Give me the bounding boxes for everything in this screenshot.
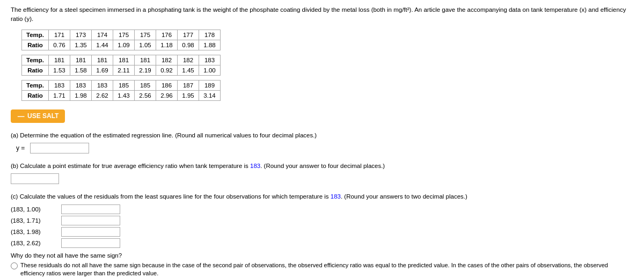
table-cell: 187 (178, 80, 199, 90)
table-cell: 183 (92, 80, 113, 90)
residual-row: (183, 1.71) (11, 216, 633, 225)
table-cell: 183 (70, 80, 92, 90)
point-estimate-input[interactable] (11, 173, 59, 184)
residual-input-1[interactable] (61, 216, 120, 225)
table-cell: 1.53 (49, 65, 70, 75)
table-cell: 1.09 (113, 40, 135, 50)
table-3-row-label: Ratio (22, 90, 49, 100)
table-cell: 1.35 (70, 40, 92, 50)
table-2-row-label: Ratio (22, 65, 49, 75)
table-cell: 1.71 (49, 90, 70, 100)
table-cell: 2.96 (156, 90, 178, 100)
residual-input-3[interactable] (61, 238, 120, 248)
table-cell: 182 (178, 55, 199, 65)
table-cell: 1.58 (70, 65, 92, 75)
table-cell: 171 (49, 30, 70, 40)
table-cell: 1.88 (199, 40, 221, 50)
table-cell: 182 (156, 55, 178, 65)
data-tables: Temp.171173174175175176177178Ratio0.761.… (21, 30, 633, 101)
section-b-temp: 183 (250, 163, 260, 169)
residual-row: (183, 2.62) (11, 238, 633, 248)
table-cell: 1.95 (178, 90, 199, 100)
table-cell: 185 (135, 80, 156, 90)
use-salt-button[interactable]: ⸻ USE SALT (11, 109, 65, 123)
y-equation-row: y = (16, 143, 633, 153)
table-cell: 2.19 (135, 65, 156, 75)
table-cell: 1.98 (70, 90, 92, 100)
table-cell: 189 (199, 80, 221, 90)
table-1-row-label: Ratio (22, 40, 49, 50)
radio-input-0[interactable] (11, 262, 18, 269)
table-cell: 2.62 (92, 90, 113, 100)
table-3: Temp.183183183185185186187189Ratio1.711.… (21, 80, 221, 101)
why-sign-label: Why do they not all have the same sign? (11, 252, 633, 259)
intro-text: The efficiency for a steel specimen imme… (11, 5, 633, 24)
table-1-row-label: Temp. (22, 30, 49, 40)
section-a: (a) Determine the equation of the estima… (11, 130, 633, 153)
table-cell: 1.18 (156, 40, 178, 50)
use-salt-label: USE SALT (27, 112, 58, 120)
table-cell: 185 (113, 80, 135, 90)
table-cell: 2.56 (135, 90, 156, 100)
residual-label-2: (183, 1.98) (11, 229, 59, 235)
table-cell: 176 (156, 30, 178, 40)
section-a-label: (a) (11, 132, 18, 138)
table-cell: 181 (92, 55, 113, 65)
table-cell: 0.92 (156, 65, 178, 75)
table-cell: 181 (135, 55, 156, 65)
residual-label-1: (183, 1.71) (11, 217, 59, 224)
residual-input-0[interactable] (61, 204, 120, 214)
residuals-grid: (183, 1.00)(183, 1.71)(183, 1.98)(183, 2… (11, 204, 633, 248)
table-2: Temp.181181181181181182182183Ratio1.531.… (21, 55, 221, 76)
section-b-text: (b) Calculate a point estimate for true … (11, 161, 633, 171)
table-1: Temp.171173174175175176177178Ratio0.761.… (21, 30, 221, 50)
residual-label-3: (183, 2.62) (11, 240, 59, 246)
table-cell: 173 (70, 30, 92, 40)
table-cell: 1.00 (199, 65, 221, 75)
section-c-label: (c) (11, 193, 18, 200)
section-c: (c) Calculate the values of the residual… (11, 192, 633, 278)
table-cell: 1.69 (92, 65, 113, 75)
section-a-text: (a) Determine the equation of the estima… (11, 130, 633, 140)
table-cell: 1.45 (178, 65, 199, 75)
table-cell: 0.98 (178, 40, 199, 50)
table-cell: 178 (199, 30, 221, 40)
radio-option-0[interactable]: These residuals do not all have the same… (11, 261, 633, 278)
table-cell: 2.11 (113, 65, 135, 75)
section-c-text: (c) Calculate the values of the residual… (11, 192, 633, 201)
table-cell: 0.76 (49, 40, 70, 50)
residual-row: (183, 1.98) (11, 227, 633, 237)
radio-options: These residuals do not all have the same… (11, 261, 633, 278)
section-b: (b) Calculate a point estimate for true … (11, 161, 633, 184)
residual-input-2[interactable] (61, 227, 120, 237)
section-c-temp: 183 (331, 193, 341, 200)
table-cell: 3.14 (199, 90, 221, 100)
table-3-row-label: Temp. (22, 80, 49, 90)
table-cell: 183 (49, 80, 70, 90)
table-cell: 177 (178, 30, 199, 40)
residual-label-0: (183, 1.00) (11, 206, 59, 213)
table-cell: 174 (92, 30, 113, 40)
table-cell: 175 (113, 30, 135, 40)
table-2-row-label: Temp. (22, 55, 49, 65)
table-cell: 1.05 (135, 40, 156, 50)
table-cell: 186 (156, 80, 178, 90)
table-cell: 181 (49, 55, 70, 65)
y-label: y = (16, 144, 25, 152)
table-cell: 1.43 (113, 90, 135, 100)
table-cell: 183 (199, 55, 221, 65)
radio-text-0: These residuals do not all have the same… (20, 261, 611, 278)
salt-icon: ⸻ (17, 112, 24, 120)
residual-row: (183, 1.00) (11, 204, 633, 214)
table-cell: 181 (113, 55, 135, 65)
section-b-label: (b) (11, 163, 18, 169)
table-cell: 1.44 (92, 40, 113, 50)
table-cell: 175 (135, 30, 156, 40)
regression-equation-input[interactable] (30, 143, 89, 153)
table-cell: 181 (70, 55, 92, 65)
